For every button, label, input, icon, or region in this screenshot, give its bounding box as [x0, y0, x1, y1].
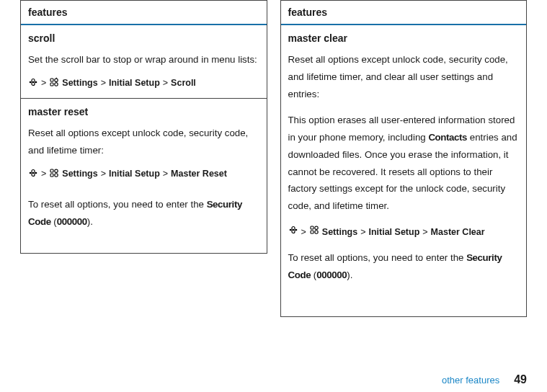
- path-settings: Settings: [62, 78, 97, 88]
- path-master-clear: Master Clear: [431, 224, 485, 241]
- after-suffix: ).: [347, 270, 352, 280]
- section-master-clear-path: > Settings > Initial Setup > Master Clea…: [288, 224, 485, 241]
- section-master-reset-title: master reset: [21, 99, 267, 117]
- settings-icon: [309, 224, 319, 241]
- svg-rect-19: [311, 231, 313, 233]
- path-gt: >: [301, 224, 306, 241]
- path-gt: >: [101, 78, 106, 88]
- section-master-clear-after: To reset all options, you need to enter …: [281, 249, 527, 293]
- footer-page-number: 49: [514, 373, 527, 386]
- right-column: features master clear Reset all options …: [280, 0, 528, 317]
- settings-icon: [49, 168, 59, 180]
- center-key-icon: [28, 77, 38, 89]
- svg-point-17: [295, 229, 297, 231]
- after-mid: (: [51, 216, 57, 227]
- svg-point-14: [289, 229, 291, 231]
- path-initial-setup: Initial Setup: [109, 78, 160, 88]
- section-master-clear: master clear Reset all options except un…: [281, 25, 527, 293]
- svg-point-13: [55, 174, 58, 177]
- svg-point-10: [35, 172, 37, 174]
- left-header: features: [21, 1, 267, 25]
- after-prefix: To reset all options, you need to enter …: [28, 199, 207, 210]
- footer-section-label: other features: [442, 375, 499, 386]
- path-gt: >: [101, 169, 106, 179]
- section-master-clear-body1: Reset all options except unlock code, se…: [281, 44, 527, 112]
- right-header: features: [281, 1, 527, 25]
- svg-point-7: [30, 172, 32, 174]
- after-suffix: ).: [87, 216, 93, 227]
- svg-point-2: [32, 81, 34, 83]
- path-initial-setup: Initial Setup: [109, 169, 160, 179]
- svg-rect-5: [50, 83, 53, 86]
- path-initial-setup: Initial Setup: [368, 224, 419, 241]
- section-master-clear-title: master clear: [281, 25, 527, 44]
- path-gt: >: [41, 78, 46, 88]
- svg-point-3: [35, 81, 37, 84]
- section-master-reset-body: Reset all options except unlock code, se…: [21, 117, 267, 168]
- path-gt: >: [163, 169, 168, 179]
- section-master-reset: master reset Reset all options except un…: [21, 99, 267, 239]
- svg-rect-18: [311, 226, 313, 229]
- svg-rect-12: [50, 174, 53, 177]
- section-master-reset-after: To reset all options, you need to enter …: [21, 189, 267, 239]
- security-code-value: 000000: [316, 270, 347, 280]
- path-gt: >: [360, 224, 365, 241]
- path-master-reset: Master Reset: [171, 169, 227, 179]
- svg-point-0: [30, 81, 32, 84]
- path-gt: >: [163, 78, 168, 88]
- svg-rect-4: [50, 79, 53, 81]
- body2-post: entries and downloaded files. Once you e…: [288, 132, 517, 212]
- path-gt: >: [422, 224, 427, 241]
- svg-rect-11: [50, 169, 53, 172]
- section-master-reset-path: > Settings > Initial Setup > Master Rese…: [21, 168, 267, 189]
- section-scroll-title: scroll: [21, 25, 267, 44]
- path-gt: >: [41, 169, 46, 179]
- section-scroll: scroll Set the scroll bar to stop or wra…: [21, 25, 267, 99]
- center-key-icon: [288, 224, 298, 241]
- path-scroll: Scroll: [171, 78, 196, 88]
- section-scroll-body: Set the scroll bar to stop or wrap aroun…: [21, 44, 267, 77]
- left-column: features scroll Set the scroll bar to st…: [20, 0, 267, 254]
- section-scroll-path: > Settings > Initial Setup > Scroll: [21, 77, 267, 98]
- path-settings: Settings: [322, 224, 357, 241]
- security-code-value: 000000: [57, 216, 87, 227]
- settings-icon: [49, 77, 59, 89]
- contacts-label: Contacts: [428, 132, 467, 143]
- after-prefix: To reset all options, you need to enter …: [288, 252, 467, 263]
- svg-point-16: [292, 229, 293, 231]
- page-footer: other features 49: [442, 373, 527, 386]
- svg-point-6: [55, 83, 58, 86]
- path-settings: Settings: [62, 169, 97, 179]
- section-master-clear-body2: This option erases all user-entered info…: [281, 112, 527, 224]
- svg-point-9: [32, 172, 34, 174]
- center-key-icon: [28, 168, 38, 180]
- svg-point-20: [315, 231, 318, 233]
